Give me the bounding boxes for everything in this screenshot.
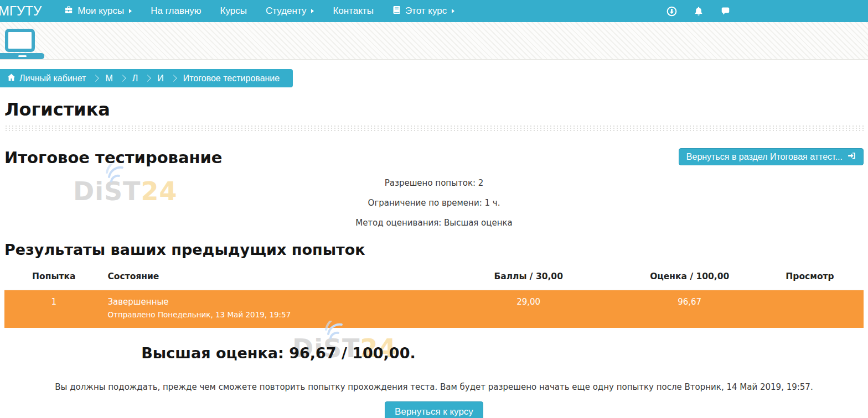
final-grade-text: Высшая оценка: 96,67 / 100,00. [141, 344, 415, 362]
main-content: Логистика Итоговое тестирование Вернутьс… [0, 99, 868, 418]
back-to-section-button[interactable]: Вернуться в раздел Итоговая аттест... [679, 148, 864, 165]
nav-label: Курсы [220, 6, 247, 17]
grading-method-line: Метод оценивания: Высшая оценка [4, 218, 864, 228]
laptop-logo-icon[interactable] [5, 29, 44, 59]
briefcase-icon [64, 6, 73, 17]
table-header-row: Попытка Состояние Баллы / 30,00 Оценка /… [4, 265, 864, 290]
chevron-right-icon [170, 75, 177, 82]
dotted-separator [4, 125, 864, 132]
quiz-info: Разрешено попыток: 2 Ограничение по врем… [4, 178, 864, 228]
brand-logo[interactable]: МГУТУ [0, 3, 55, 19]
breadcrumb-item-l[interactable]: Л [132, 74, 138, 83]
chevron-right-icon [92, 75, 100, 82]
nav-label: Мои курсы [78, 6, 124, 17]
breadcrumb-item-m[interactable]: М [105, 74, 112, 83]
breadcrumb: Личный кабинет М Л И Итоговое тестирован… [0, 69, 293, 87]
col-header-attempt: Попытка [4, 265, 103, 290]
arrow-down-circle-icon[interactable] [666, 6, 677, 17]
bell-icon[interactable] [694, 6, 704, 17]
attempt-review-cell [756, 290, 864, 328]
attempt-grade-cell: 96,67 [623, 290, 756, 328]
nav-item-home[interactable]: На главную [141, 0, 210, 22]
nav-item-courses[interactable]: Курсы [211, 0, 256, 22]
home-icon [7, 74, 16, 83]
attempt-state-cell: Завершенные Отправлено Понедельник, 13 М… [103, 290, 434, 328]
col-header-review: Просмотр [756, 265, 864, 290]
navbar-right-icons [666, 6, 731, 17]
col-header-marks: Баллы / 30,00 [434, 265, 623, 290]
nav-label: Студенту [266, 6, 306, 17]
attempt-row: 1 Завершенные Отправлено Понедельник, 13… [4, 290, 864, 328]
sign-in-icon [848, 151, 856, 162]
breadcrumb-item-i[interactable]: И [157, 74, 164, 83]
col-header-grade: Оценка / 100,00 [623, 265, 756, 290]
top-navbar: МГУТУ Мои курсы На главную Курсы Студент… [0, 0, 868, 22]
nav-item-my-courses[interactable]: Мои курсы [55, 0, 141, 22]
chevron-right-icon [144, 75, 151, 82]
attempt-marks-cell: 29,00 [434, 290, 623, 328]
header-band [0, 22, 868, 60]
caret-right-icon [129, 9, 132, 13]
nav-label: На главную [151, 6, 201, 17]
attempts-allowed-line: Разрешено попыток: 2 [4, 178, 864, 188]
attempts-table: Попытка Состояние Баллы / 30,00 Оценка /… [4, 265, 864, 328]
nav-item-contacts[interactable]: Контакты [323, 0, 383, 22]
col-header-state: Состояние [103, 265, 434, 290]
back-to-course-button[interactable]: Вернуться к курсу [385, 401, 483, 418]
nav-item-student[interactable]: Студенту [256, 0, 323, 22]
breadcrumb-item-current: Итоговое тестирование [183, 74, 280, 83]
nav-label: Этот курс [405, 6, 447, 17]
results-heading: Результаты ваших предыдущих попыток [4, 241, 864, 258]
chat-icon[interactable] [720, 6, 731, 16]
time-limit-line: Ограничение по времени: 1 ч. [4, 198, 864, 208]
nav-item-this-course[interactable]: Этот курс [383, 0, 464, 22]
caret-right-icon [452, 9, 454, 13]
attempt-number-cell: 1 [4, 290, 103, 328]
quiz-title: Итоговое тестирование [4, 148, 223, 167]
caret-right-icon [311, 9, 314, 13]
nav-label: Контакты [333, 6, 373, 17]
book-icon [392, 6, 401, 17]
final-grade: DiST24 Высшая оценка: 96,67 / 100,00. [4, 344, 552, 362]
course-title: Логистика [4, 99, 864, 120]
breadcrumb-item-dashboard[interactable]: Личный кабинет [7, 74, 86, 83]
chevron-right-icon [119, 75, 126, 82]
wait-message: Вы должны подождать, прежде чем сможете … [4, 382, 864, 392]
